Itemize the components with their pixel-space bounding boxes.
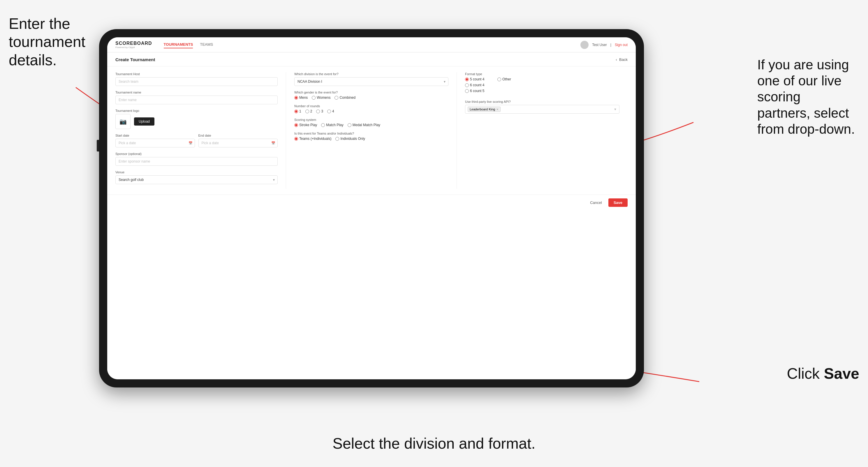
tournament-host-group: Tournament Host [115, 72, 278, 86]
venue-label: Venue [115, 170, 278, 174]
rounds-2-radio[interactable] [305, 110, 309, 113]
format-6count5-label: 6 count 5 [470, 89, 490, 93]
scoring-match-radio[interactable] [321, 123, 325, 127]
gender-womens-radio[interactable] [312, 96, 315, 100]
form-header: Create Tournament ‹ Back [107, 53, 636, 66]
end-date-input[interactable] [198, 139, 278, 148]
rounds-4-radio[interactable] [327, 110, 331, 113]
annotation-save: Click Save [787, 365, 859, 382]
format-other-radio[interactable] [497, 77, 501, 81]
logo-placeholder: 📷 [115, 114, 130, 129]
scoring-medal-radio[interactable] [348, 123, 351, 127]
rounds-label: Number of rounds [294, 104, 448, 108]
format-row-1: 5 count 4 Other [465, 77, 619, 81]
event-teams-option[interactable]: Teams (+Individuals) [294, 137, 331, 141]
scoring-stroke-option[interactable]: Stroke Play [294, 123, 317, 127]
scoring-radio-group: Stroke Play Match Play Medal Match Play [294, 123, 448, 127]
brand-logo: SCOREBOARD Powered by Clippit [115, 41, 152, 49]
division-select[interactable]: NCAA Division I [294, 77, 448, 86]
annotation-bottom-center: Select the division and format. [333, 434, 535, 453]
format-other-label: Other [502, 77, 511, 81]
tournament-name-group: Tournament name [115, 91, 278, 104]
format-6count4-label: 6 count 4 [470, 83, 490, 87]
gender-group: Which gender is the event for? Mens Wome… [294, 91, 448, 100]
tournament-name-input[interactable] [115, 96, 278, 104]
form-col-left: Tournament Host Tournament name Tourname… [115, 72, 286, 189]
format-6count5-option[interactable]: 6 count 5 [465, 89, 490, 93]
rounds-3-option[interactable]: 3 [316, 109, 323, 113]
scoring-stroke-radio[interactable] [294, 123, 298, 127]
gender-label: Which gender is the event for? [294, 91, 448, 94]
venue-select[interactable]: Search golf club [115, 176, 278, 184]
form-footer: Cancel Save [107, 195, 636, 210]
gender-combined-radio[interactable] [335, 96, 338, 100]
tournament-host-input[interactable] [115, 77, 278, 86]
scoring-match-label: Match Play [326, 123, 343, 127]
live-scoring-input[interactable]: Leaderboard King ✕ ▼ [465, 105, 619, 114]
format-row-3: 6 count 5 [465, 89, 619, 93]
format-6count4-option[interactable]: 6 count 4 [465, 83, 490, 87]
event-for-radio-group: Teams (+Individuals) Individuals Only [294, 137, 448, 141]
image-icon: 📷 [120, 118, 127, 125]
gender-mens-label: Mens [299, 96, 308, 100]
tournament-name-label: Tournament name [115, 91, 278, 94]
cancel-button[interactable]: Cancel [587, 198, 605, 207]
live-scoring-expand-icon: ▼ [614, 107, 617, 111]
gender-combined-option[interactable]: Combined [335, 96, 355, 100]
format-5count4-option[interactable]: 5 count 4 [465, 77, 490, 81]
format-other-option[interactable]: Other [497, 77, 511, 81]
end-date-label: End date [198, 134, 278, 137]
sponsor-input[interactable] [115, 157, 278, 166]
scoring-group: Scoring system Stroke Play Match Play [294, 118, 448, 127]
rounds-3-radio[interactable] [316, 110, 320, 113]
annotation-top-left: Enter the tournament details. [9, 14, 93, 69]
tablet-screen: SCOREBOARD Powered by Clippit TOURNAMENT… [107, 37, 636, 379]
format-6count5-radio[interactable] [465, 89, 469, 93]
gender-mens-radio[interactable] [294, 96, 298, 100]
rounds-1-radio[interactable] [294, 110, 298, 113]
sign-out-link[interactable]: Sign out [615, 43, 628, 47]
live-scoring-tag: Leaderboard King ✕ [468, 106, 501, 112]
venue-group: Venue Search golf club ▼ [115, 170, 278, 184]
back-link[interactable]: ‹ Back [616, 57, 628, 62]
rounds-radio-group: 1 2 3 4 [294, 109, 448, 113]
start-date-input[interactable] [115, 139, 195, 148]
event-for-label: Is this event for Teams and/or Individua… [294, 132, 448, 135]
event-teams-radio[interactable] [294, 137, 298, 141]
nav-tabs: TOURNAMENTS TEAMS [164, 41, 571, 49]
scoring-medal-option[interactable]: Medal Match Play [348, 123, 380, 127]
nav-tab-teams[interactable]: TEAMS [200, 41, 213, 49]
rounds-1-label: 1 [299, 109, 301, 113]
save-button[interactable]: Save [609, 198, 628, 207]
scoring-match-option[interactable]: Match Play [321, 123, 343, 127]
form-col-right: Format type 5 count 4 Other [457, 72, 628, 189]
gender-mens-option[interactable]: Mens [294, 96, 308, 100]
format-5count4-radio[interactable] [465, 77, 469, 81]
rounds-4-option[interactable]: 4 [327, 109, 334, 113]
annotation-top-right: If you are using one of our live scoring… [757, 57, 856, 137]
tag-close-icon[interactable]: ✕ [496, 108, 499, 111]
app-navbar: SCOREBOARD Powered by Clippit TOURNAMENT… [107, 37, 636, 53]
event-individuals-radio[interactable] [335, 137, 339, 141]
rounds-1-option[interactable]: 1 [294, 109, 301, 113]
format-6count4-radio[interactable] [465, 83, 469, 87]
end-date-wrapper: 📅 [198, 139, 278, 148]
division-group: Which division is the event for? NCAA Di… [294, 72, 448, 86]
rounds-2-option[interactable]: 2 [305, 109, 312, 113]
gender-combined-label: Combined [339, 96, 355, 100]
rounds-group: Number of rounds 1 2 [294, 104, 448, 113]
format-row-2: 6 count 4 [465, 83, 619, 87]
gender-radio-group: Mens Womens Combined [294, 96, 448, 100]
nav-tab-tournaments[interactable]: TOURNAMENTS [164, 41, 193, 49]
brand-sub: Powered by Clippit [115, 46, 152, 49]
event-individuals-option[interactable]: Individuals Only [335, 137, 365, 141]
upload-button[interactable]: Upload [134, 117, 154, 126]
tournament-logo-label: Tournament logo [115, 109, 278, 113]
form-body: Tournament Host Tournament name Tourname… [107, 66, 636, 195]
tournament-host-label: Tournament Host [115, 72, 278, 76]
end-date-group: End date 📅 [198, 134, 278, 148]
scoring-medal-label: Medal Match Play [352, 123, 380, 127]
gender-womens-option[interactable]: Womens [312, 96, 331, 100]
start-date-wrapper: 📅 [115, 139, 195, 148]
live-scoring-value: Leaderboard King [470, 107, 495, 111]
